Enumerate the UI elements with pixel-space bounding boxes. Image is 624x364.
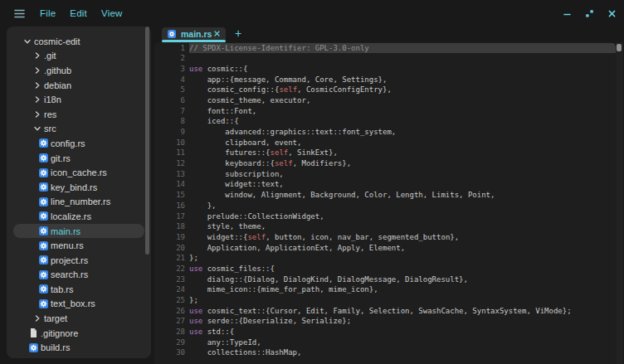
code-line-10[interactable]: 10 clipboard, event, (154, 138, 616, 148)
code-line-30[interactable]: 30 collections::HashMap, (154, 347, 616, 358)
code-line-19[interactable]: 19 widget::{self, button, icon, nav_bar,… (154, 232, 616, 243)
tree-item-label: project.rs (51, 255, 88, 265)
chevron-right-icon[interactable] (33, 314, 41, 323)
code-line-1[interactable]: 1// SPDX-License-Identifier: GPL-3.0-onl… (154, 43, 616, 54)
chevron-right-icon[interactable] (33, 110, 41, 119)
code-line-3[interactable]: 3use cosmic::{ (154, 64, 616, 75)
chevron-right-icon[interactable] (33, 51, 41, 60)
tree-item-localize-rs[interactable]: localize.rs (13, 209, 144, 224)
menu-view[interactable]: View (101, 8, 123, 18)
code-line-26[interactable]: 26use cosmic_text::{Cursor, Edit, Family… (154, 306, 616, 317)
maximize-button[interactable] (584, 8, 595, 19)
line-number: 3 (154, 64, 185, 75)
code-line-29[interactable]: 29 any::TypeId, (154, 337, 616, 348)
tree-item-tab-rs[interactable]: tab.rs (13, 282, 144, 297)
tab-close-icon[interactable] (213, 31, 220, 37)
menu-file[interactable]: File (40, 8, 56, 18)
code-text: widget::text, (189, 179, 616, 190)
tree-item-key-bind-rs[interactable]: key_bind.rs (13, 180, 144, 195)
close-button[interactable] (607, 8, 617, 19)
code-line-6[interactable]: 6 cosmic_theme, executor, (154, 95, 616, 106)
tree-item-cosmic-edit[interactable]: cosmic-edit (13, 34, 144, 49)
tree-item-text-box-rs[interactable]: text_box.rs (13, 297, 144, 312)
tree-item-label: line_number.rs (51, 197, 110, 206)
sidebar-scrollbar-thumb[interactable] (145, 27, 149, 255)
tab-main-rs[interactable]: main.rs (162, 27, 226, 40)
tree-item-icon-cache-rs[interactable]: icon_cache.rs (13, 165, 144, 180)
code-text: advanced::graphics::text::font_system, (189, 127, 616, 138)
tree-item-github[interactable]: .github (13, 63, 144, 78)
code-line-9[interactable]: 9 advanced::graphics::text::font_system, (154, 127, 616, 138)
code-lines: 1// SPDX-License-Identifier: GPL-3.0-onl… (154, 42, 616, 359)
code-text: use serde::{Deserialize, Serialize}; (189, 316, 616, 327)
code-line-20[interactable]: 20 Application, ApplicationExt, Apply, E… (154, 243, 616, 254)
code-line-14[interactable]: 14 widget::text, (154, 179, 616, 190)
code-line-12[interactable]: 12 keyboard::{self, Modifiers}, (154, 158, 616, 169)
chevron-right-icon[interactable] (33, 81, 41, 90)
minimize-button[interactable] (562, 8, 573, 19)
chevron-down-icon[interactable] (23, 37, 32, 46)
code-text: }; (189, 295, 616, 306)
tree-item-main-rs[interactable]: main.rs (13, 224, 144, 239)
editor-scrollbar-thumb[interactable] (617, 44, 622, 51)
code-line-4[interactable]: 4 app::{message, Command, Core, Settings… (154, 75, 616, 85)
chevron-right-icon[interactable] (33, 66, 41, 75)
new-tab-button[interactable]: + (231, 27, 246, 41)
code-line-25[interactable]: 25}; (154, 295, 616, 306)
code-editor[interactable]: 1// SPDX-License-Identifier: GPL-3.0-onl… (154, 42, 616, 364)
tree-item-project-rs[interactable]: project.rs (13, 253, 144, 268)
code-line-11[interactable]: 11 futures::{self, SinkExt}, (154, 148, 616, 158)
editor-scrollbar-track[interactable] (616, 42, 623, 364)
line-number: 24 (154, 284, 185, 295)
code-line-18[interactable]: 18 style, theme, (154, 221, 616, 232)
tree-item-line-number-rs[interactable]: line_number.rs (13, 195, 144, 210)
tree-item-debian[interactable]: debian (13, 78, 144, 93)
tree-item-label: icon_cache.rs (51, 167, 107, 177)
tree-item-label: menu.rs (51, 240, 84, 250)
file-tree: cosmic-edit.git.githubdebiani18nressrcco… (7, 34, 151, 355)
code-text: dialog::{Dialog, DialogKind, DialogMessa… (189, 274, 616, 285)
tree-item-search-rs[interactable]: search.rs (13, 268, 144, 283)
code-line-7[interactable]: 7 font::Font, (154, 106, 616, 117)
line-number: 18 (154, 221, 185, 232)
line-number: 16 (154, 201, 185, 211)
tree-item-config-rs[interactable]: config.rs (13, 136, 144, 151)
code-text: cosmic_config::{self, CosmicConfigEntry}… (189, 85, 616, 95)
rust-file-icon (29, 343, 38, 352)
rust-file-icon (39, 241, 48, 250)
code-line-21[interactable]: 21}; (154, 253, 616, 264)
tree-item-res[interactable]: res (13, 107, 144, 122)
code-line-23[interactable]: 23 dialog::{Dialog, DialogKind, DialogMe… (154, 274, 616, 285)
code-line-8[interactable]: 8 iced::{ (154, 116, 616, 127)
code-line-22[interactable]: 22use cosmic_files::{ (154, 264, 616, 274)
tree-item-build-rs[interactable]: build.rs (13, 340, 144, 355)
line-number: 8 (154, 116, 185, 127)
code-line-24[interactable]: 24 mime_icon::{mime_for_path, mime_icon}… (154, 284, 616, 295)
tree-item-src[interactable]: src (13, 122, 144, 137)
tree-item-menu-rs[interactable]: menu.rs (13, 238, 144, 253)
line-number: 7 (154, 106, 185, 117)
code-line-15[interactable]: 15 window, Alignment, Background, Color,… (154, 190, 616, 201)
code-line-28[interactable]: 28use std::{ (154, 327, 616, 337)
menu-edit[interactable]: Edit (70, 8, 87, 18)
code-line-2[interactable]: 2 (154, 53, 616, 64)
code-line-13[interactable]: 13 subscription, (154, 169, 616, 180)
tree-item-gitignore[interactable]: .gitignore (13, 326, 144, 341)
chevron-down-icon[interactable] (33, 124, 41, 133)
rust-file-icon (39, 153, 48, 163)
tree-item-target[interactable]: target (13, 311, 144, 326)
code-line-17[interactable]: 17 prelude::CollectionWidget, (154, 211, 616, 222)
chevron-right-icon[interactable] (33, 95, 41, 104)
menu-icon[interactable] (12, 7, 26, 20)
tree-item-git[interactable]: .git (13, 49, 144, 64)
code-line-16[interactable]: 16 }, (154, 201, 616, 211)
rust-file-icon (39, 255, 48, 265)
tree-item-label: localize.rs (51, 211, 91, 221)
rust-file-icon (39, 168, 48, 177)
code-text: futures::{self, SinkExt}, (189, 148, 616, 158)
tree-item-git-rs[interactable]: git.rs (13, 151, 144, 166)
tab-label: main.rs (181, 29, 212, 39)
tree-item-i18n[interactable]: i18n (13, 92, 144, 107)
code-line-27[interactable]: 27use serde::{Deserialize, Serialize}; (154, 316, 616, 327)
code-line-5[interactable]: 5 cosmic_config::{self, CosmicConfigEntr… (154, 85, 616, 95)
